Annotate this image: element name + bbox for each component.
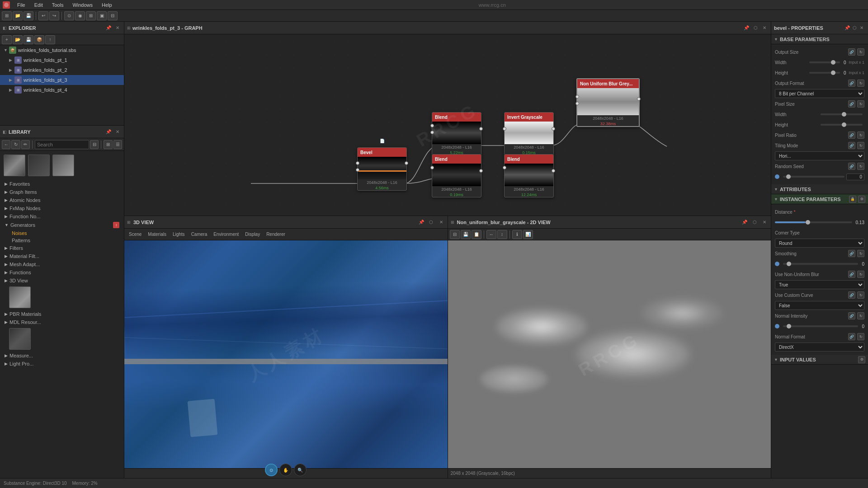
lib-cat-material-filt[interactable]: ▶ Material Filt... <box>2 252 122 260</box>
view3d-tab-renderer[interactable]: Renderer <box>264 232 288 237</box>
inst-settings[interactable]: ⚙ <box>858 196 865 203</box>
menu-file[interactable]: File <box>13 0 30 9</box>
seed-input[interactable] <box>846 174 864 180</box>
node-blend-top[interactable]: Blend 2048x2048 - L16 5.22ms <box>432 112 481 155</box>
inst-lock[interactable]: 🔒 <box>849 196 856 203</box>
save-btn[interactable]: 💾 <box>24 11 33 20</box>
pixsize-reset[interactable]: ↻ <box>857 100 864 108</box>
outfmt-reset[interactable]: ↻ <box>857 80 864 87</box>
view-3d-canvas[interactable]: 人人素材 <box>124 240 448 468</box>
normint-thumb[interactable] <box>787 324 791 328</box>
props-pin[interactable]: 📌 <box>844 24 851 32</box>
customcurve-select[interactable]: False <box>775 301 864 310</box>
normint-link[interactable]: 🔗 <box>848 312 855 319</box>
smoothing-reset[interactable]: ↻ <box>857 250 864 257</box>
view3d-pin[interactable]: 📌 <box>418 219 425 226</box>
lib-cat-function[interactable]: ▶ Function No... <box>2 212 122 221</box>
menu-edit[interactable]: Edit <box>30 0 47 9</box>
view3d-tab-lights[interactable]: Lights <box>170 232 188 237</box>
lib-cat-pbr[interactable]: ▶ PBR Materials <box>2 310 122 318</box>
view3d-tab-scene[interactable]: Scene <box>126 232 144 237</box>
lib-list-view[interactable]: ☰ <box>113 140 122 149</box>
pixsize-w-thumb[interactable] <box>842 112 846 117</box>
exp-open[interactable]: 📂 <box>13 35 23 44</box>
exp-pkg[interactable]: 📦 <box>34 35 44 44</box>
tb-btn-6[interactable]: ▣ <box>97 11 107 20</box>
output-size-link[interactable]: 🔗 <box>848 48 855 56</box>
menu-help[interactable]: Help <box>97 0 117 9</box>
lib-cat-mesh[interactable]: ▶ Mesh Adapt... <box>2 260 122 268</box>
tree-item-0[interactable]: ▶ ⊞ wrinkles_folds_pt_1 <box>0 55 124 65</box>
nav-icon-pan[interactable]: ✋ <box>279 464 292 476</box>
section-input-values[interactable]: ▼ INPUT VALUES ⚙ <box>771 355 868 365</box>
normfmt-select[interactable]: DirectX <box>775 343 864 352</box>
v2d-tb-2[interactable]: 💾 <box>461 230 471 239</box>
tb-btn-3[interactable]: ⊙ <box>64 11 74 20</box>
lib-featured-item-3[interactable] <box>52 155 74 176</box>
node-bevel[interactable]: 📄 Bevel 2048x2048 - L16 4.56ms <box>357 147 407 191</box>
pixsize-w-slider[interactable] <box>821 113 863 115</box>
tiling-select[interactable]: Hori... <box>775 151 864 160</box>
v2d-tb-3[interactable]: 📋 <box>472 230 481 239</box>
view3d-tab-env[interactable]: Environment <box>211 232 241 237</box>
seed-link[interactable]: 🔗 <box>848 163 855 170</box>
exp-pub[interactable]: ↑ <box>45 35 55 44</box>
pixratio-link[interactable]: 🔗 <box>848 131 855 139</box>
distance-slider[interactable] <box>775 221 852 223</box>
library-pin[interactable]: 📌 <box>105 128 112 136</box>
view-2d-canvas[interactable]: RRCG <box>448 240 771 468</box>
graph-close[interactable]: ✕ <box>761 24 768 32</box>
open-btn[interactable]: 📁 <box>13 11 23 20</box>
smoothing-link[interactable]: 🔗 <box>848 250 855 257</box>
lib-cat-filters[interactable]: ▶ Filters <box>2 244 122 252</box>
node-invert[interactable]: Invert Grayscale 2048x2048 - L16 0.15ms <box>504 112 554 155</box>
lib-cat-atomic[interactable]: ▶ Atomic Nodes <box>2 196 122 204</box>
normfmt-reset[interactable]: ↻ <box>857 333 864 340</box>
customcurve-link[interactable]: 🔗 <box>848 291 855 299</box>
nonuniform-select[interactable]: True <box>775 280 864 289</box>
tb-btn-4[interactable]: ◉ <box>75 11 85 20</box>
lib-sub-patterns[interactable]: Patterns <box>2 237 122 244</box>
outfmt-select[interactable]: 8 Bit per Channel <box>775 89 864 98</box>
lib-edit[interactable]: ✏ <box>21 140 30 149</box>
v2d-tb-5[interactable]: ↕ <box>497 230 507 239</box>
nav-icon-zoom[interactable]: 🔍 <box>294 464 307 476</box>
lib-sub-noises[interactable]: Noises <box>2 230 122 237</box>
seed-thumb[interactable] <box>786 174 791 179</box>
exp-new[interactable]: + <box>2 35 12 44</box>
props-float[interactable]: ⬡ <box>851 24 858 32</box>
view3d-tab-display[interactable]: Display <box>242 232 263 237</box>
graph-canvas[interactable]: RRCG 📄 Bevel <box>124 34 771 216</box>
lib-refresh[interactable]: ↻ <box>11 140 20 149</box>
normint-reset[interactable]: ↻ <box>857 312 864 319</box>
nonuniform-link[interactable]: 🔗 <box>848 271 855 278</box>
v2d-tb-1[interactable]: ⊟ <box>450 230 460 239</box>
seed-reset[interactable]: ↻ <box>857 163 864 170</box>
lib-cat-graph-items[interactable]: ▶ Graph Items <box>2 188 122 196</box>
height-thumb[interactable] <box>831 70 835 75</box>
node-blend-bottom[interactable]: Blend 2048x2048 - L16 0.19ms <box>432 154 481 197</box>
tree-item-1[interactable]: ▶ ⊞ wrinkles_folds_pt_2 <box>0 65 124 75</box>
input-vals-settings[interactable]: ⚙ <box>858 356 865 363</box>
distance-thumb[interactable] <box>806 220 810 225</box>
tree-item-3[interactable]: ▶ ⊞ wrinkles_folds_pt_4 <box>0 85 124 95</box>
section-instance-params[interactable]: ▼ INSTANCE PARAMETERS 🔒 ⚙ <box>771 194 868 204</box>
lib-grid-view[interactable]: ⊞ <box>104 140 112 149</box>
corner-type-select[interactable]: Round <box>775 239 864 248</box>
width-slider[interactable] <box>809 61 840 63</box>
menu-tools[interactable]: Tools <box>47 0 68 9</box>
graph-float[interactable]: ⬡ <box>752 24 759 32</box>
nonuniform-reset[interactable]: ↻ <box>857 271 864 278</box>
props-close[interactable]: ✕ <box>858 24 865 32</box>
view2d-close[interactable]: ✕ <box>761 219 768 226</box>
customcurve-reset[interactable]: ↻ <box>857 291 864 299</box>
pixsize-link[interactable]: 🔗 <box>848 100 855 108</box>
graph-pin[interactable]: 📌 <box>743 24 750 32</box>
lib-back[interactable]: ← <box>2 140 10 149</box>
outfmt-link[interactable]: 🔗 <box>848 80 855 87</box>
pixsize-h-thumb[interactable] <box>842 122 846 127</box>
view3d-float[interactable]: ⬡ <box>428 219 435 226</box>
library-search[interactable] <box>35 140 89 149</box>
lib-filter[interactable]: ⊟ <box>90 140 99 149</box>
height-slider[interactable] <box>809 72 840 74</box>
